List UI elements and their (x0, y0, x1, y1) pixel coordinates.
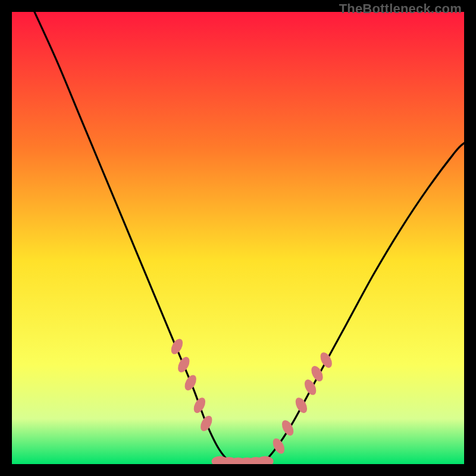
chart-svg (12, 12, 464, 464)
gradient-background (12, 12, 464, 464)
chart-frame: { "watermark": "TheBottleneck.com", "col… (0, 0, 476, 476)
plot-area (12, 12, 464, 464)
watermark-text: TheBottleneck.com (339, 1, 462, 17)
